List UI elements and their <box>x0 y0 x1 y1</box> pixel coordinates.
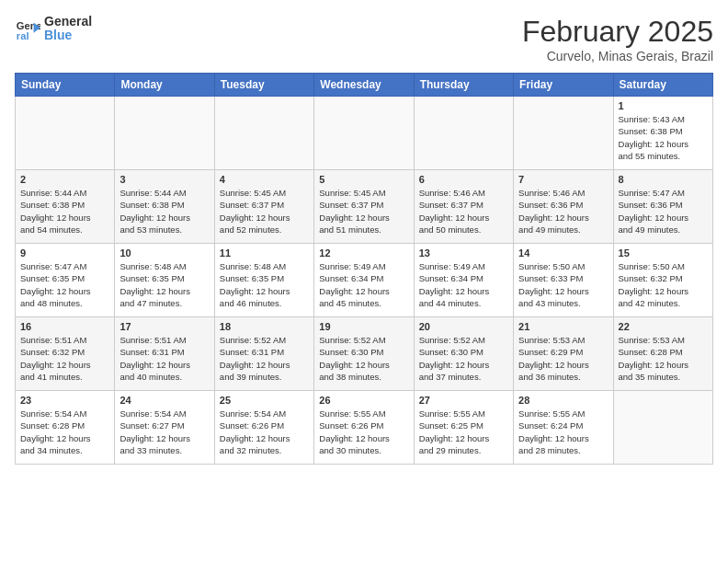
logo: Gene ral General Blue <box>15 15 92 43</box>
day-info: Sunrise: 5:51 AM Sunset: 6:32 PM Dayligh… <box>20 334 109 383</box>
day-info: Sunrise: 5:47 AM Sunset: 6:36 PM Dayligh… <box>619 187 708 236</box>
weekday-header: Friday <box>514 74 613 97</box>
weekday-header: Saturday <box>613 74 712 97</box>
calendar-cell <box>514 97 613 170</box>
day-number: 12 <box>319 247 408 259</box>
day-number: 26 <box>319 395 408 406</box>
day-info: Sunrise: 5:55 AM Sunset: 6:26 PM Dayligh… <box>319 408 408 456</box>
day-number: 28 <box>518 395 608 406</box>
calendar-cell: 18Sunrise: 5:52 AM Sunset: 6:31 PM Dayli… <box>214 317 313 391</box>
calendar-cell: 25Sunrise: 5:54 AM Sunset: 6:26 PM Dayli… <box>214 391 313 465</box>
calendar-cell: 28Sunrise: 5:55 AM Sunset: 6:24 PM Dayli… <box>514 391 613 465</box>
calendar-cell: 15Sunrise: 5:50 AM Sunset: 6:32 PM Dayli… <box>613 244 712 317</box>
calendar-cell: 17Sunrise: 5:51 AM Sunset: 6:31 PM Dayli… <box>115 317 214 391</box>
day-info: Sunrise: 5:52 AM Sunset: 6:30 PM Dayligh… <box>319 334 408 383</box>
svg-text:ral: ral <box>17 31 29 42</box>
calendar-cell: 20Sunrise: 5:52 AM Sunset: 6:30 PM Dayli… <box>414 317 513 391</box>
calendar-cell: 13Sunrise: 5:49 AM Sunset: 6:34 PM Dayli… <box>414 244 513 317</box>
calendar-cell: 7Sunrise: 5:46 AM Sunset: 6:36 PM Daylig… <box>514 170 613 244</box>
day-info: Sunrise: 5:50 AM Sunset: 6:32 PM Dayligh… <box>619 260 708 309</box>
day-number: 15 <box>619 247 708 259</box>
logo-line1: General <box>44 15 92 29</box>
day-info: Sunrise: 5:55 AM Sunset: 6:24 PM Dayligh… <box>518 408 608 456</box>
calendar-table: SundayMondayTuesdayWednesdayThursdayFrid… <box>15 73 713 465</box>
calendar-cell <box>414 97 513 170</box>
day-info: Sunrise: 5:45 AM Sunset: 6:37 PM Dayligh… <box>220 187 309 236</box>
day-number: 27 <box>419 395 508 406</box>
day-info: Sunrise: 5:54 AM Sunset: 6:26 PM Dayligh… <box>220 408 309 456</box>
day-number: 19 <box>319 321 408 332</box>
calendar-cell: 24Sunrise: 5:54 AM Sunset: 6:27 PM Dayli… <box>115 391 214 465</box>
day-number: 10 <box>119 247 209 259</box>
day-info: Sunrise: 5:52 AM Sunset: 6:30 PM Dayligh… <box>419 334 508 383</box>
weekday-header: Tuesday <box>214 74 313 97</box>
day-number: 5 <box>319 174 408 185</box>
day-info: Sunrise: 5:51 AM Sunset: 6:31 PM Dayligh… <box>119 334 209 383</box>
calendar-cell: 26Sunrise: 5:55 AM Sunset: 6:26 PM Dayli… <box>314 391 414 465</box>
calendar-cell: 10Sunrise: 5:48 AM Sunset: 6:35 PM Dayli… <box>115 244 214 317</box>
calendar-cell: 11Sunrise: 5:48 AM Sunset: 6:35 PM Dayli… <box>214 244 313 317</box>
day-info: Sunrise: 5:54 AM Sunset: 6:28 PM Dayligh… <box>20 408 109 456</box>
day-number: 7 <box>518 174 608 185</box>
calendar-cell: 3Sunrise: 5:44 AM Sunset: 6:38 PM Daylig… <box>115 170 214 244</box>
title-section: February 2025 Curvelo, Minas Gerais, Bra… <box>522 15 713 63</box>
day-info: Sunrise: 5:46 AM Sunset: 6:37 PM Dayligh… <box>419 187 508 236</box>
day-info: Sunrise: 5:49 AM Sunset: 6:34 PM Dayligh… <box>419 260 508 309</box>
day-number: 22 <box>619 321 708 332</box>
location-subtitle: Curvelo, Minas Gerais, Brazil <box>522 49 713 63</box>
day-number: 20 <box>419 321 508 332</box>
calendar-cell: 2Sunrise: 5:44 AM Sunset: 6:38 PM Daylig… <box>16 170 115 244</box>
day-info: Sunrise: 5:48 AM Sunset: 6:35 PM Dayligh… <box>119 260 209 309</box>
calendar-cell: 12Sunrise: 5:49 AM Sunset: 6:34 PM Dayli… <box>314 244 414 317</box>
day-number: 24 <box>119 395 209 406</box>
calendar-week-row: 1Sunrise: 5:43 AM Sunset: 6:38 PM Daylig… <box>16 97 713 170</box>
weekday-header: Thursday <box>414 74 513 97</box>
day-number: 11 <box>220 247 309 259</box>
calendar-cell: 1Sunrise: 5:43 AM Sunset: 6:38 PM Daylig… <box>613 97 712 170</box>
day-number: 18 <box>220 321 309 332</box>
day-number: 2 <box>20 174 109 185</box>
day-number: 25 <box>220 395 309 406</box>
day-number: 1 <box>619 100 708 111</box>
day-info: Sunrise: 5:44 AM Sunset: 6:38 PM Dayligh… <box>20 187 109 236</box>
day-info: Sunrise: 5:47 AM Sunset: 6:35 PM Dayligh… <box>20 260 109 309</box>
day-info: Sunrise: 5:54 AM Sunset: 6:27 PM Dayligh… <box>119 408 209 456</box>
day-number: 6 <box>419 174 508 185</box>
day-number: 4 <box>220 174 309 185</box>
day-number: 3 <box>119 174 209 185</box>
day-info: Sunrise: 5:43 AM Sunset: 6:38 PM Dayligh… <box>619 113 708 162</box>
day-number: 17 <box>119 321 209 332</box>
calendar-cell <box>214 97 313 170</box>
weekday-header: Sunday <box>16 74 115 97</box>
calendar-cell: 4Sunrise: 5:45 AM Sunset: 6:37 PM Daylig… <box>214 170 313 244</box>
day-number: 9 <box>20 247 109 259</box>
weekday-header-row: SundayMondayTuesdayWednesdayThursdayFrid… <box>16 74 713 97</box>
calendar-cell: 9Sunrise: 5:47 AM Sunset: 6:35 PM Daylig… <box>16 244 115 317</box>
day-number: 16 <box>20 321 109 332</box>
calendar-week-row: 16Sunrise: 5:51 AM Sunset: 6:32 PM Dayli… <box>16 317 713 391</box>
logo-line2: Blue <box>44 29 92 42</box>
day-info: Sunrise: 5:55 AM Sunset: 6:25 PM Dayligh… <box>419 408 508 456</box>
day-info: Sunrise: 5:45 AM Sunset: 6:37 PM Dayligh… <box>319 187 408 236</box>
calendar-cell: 21Sunrise: 5:53 AM Sunset: 6:29 PM Dayli… <box>514 317 613 391</box>
day-info: Sunrise: 5:46 AM Sunset: 6:36 PM Dayligh… <box>518 187 608 236</box>
day-number: 8 <box>619 174 708 185</box>
calendar-cell <box>613 391 712 465</box>
calendar-week-row: 23Sunrise: 5:54 AM Sunset: 6:28 PM Dayli… <box>16 391 713 465</box>
day-number: 14 <box>518 247 608 259</box>
day-number: 23 <box>20 395 109 406</box>
calendar-cell <box>115 97 214 170</box>
day-info: Sunrise: 5:50 AM Sunset: 6:33 PM Dayligh… <box>518 260 608 309</box>
day-info: Sunrise: 5:44 AM Sunset: 6:38 PM Dayligh… <box>119 187 209 236</box>
day-number: 21 <box>518 321 608 332</box>
day-info: Sunrise: 5:52 AM Sunset: 6:31 PM Dayligh… <box>220 334 309 383</box>
calendar-cell: 8Sunrise: 5:47 AM Sunset: 6:36 PM Daylig… <box>613 170 712 244</box>
day-number: 13 <box>419 247 508 259</box>
day-info: Sunrise: 5:53 AM Sunset: 6:29 PM Dayligh… <box>518 334 608 383</box>
calendar-cell <box>16 97 115 170</box>
month-title: February 2025 <box>522 15 713 49</box>
logo-text: General Blue <box>44 15 92 43</box>
weekday-header: Wednesday <box>314 74 414 97</box>
page-header: Gene ral General Blue February 2025 Curv… <box>15 15 713 63</box>
calendar-cell: 23Sunrise: 5:54 AM Sunset: 6:28 PM Dayli… <box>16 391 115 465</box>
